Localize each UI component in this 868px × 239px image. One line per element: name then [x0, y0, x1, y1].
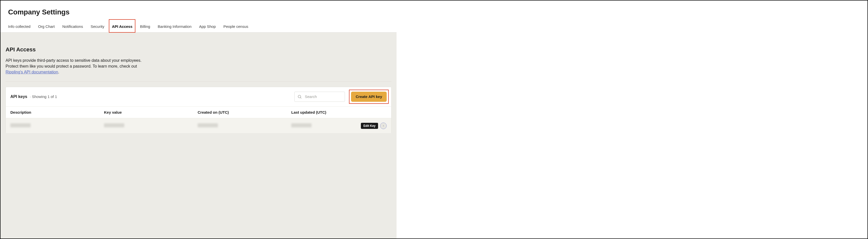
row-expand-button[interactable]	[380, 123, 387, 129]
tab-notifications[interactable]: Notifications	[62, 21, 83, 32]
desc-line-2-pre: Protect them like you would protect a pa…	[6, 64, 137, 68]
main-body: API Access API keys provide third-party …	[1, 32, 397, 238]
table-row: Edit Key	[6, 118, 391, 133]
redacted-value	[198, 123, 218, 127]
create-api-key-button[interactable]: Create API key	[351, 92, 387, 102]
settings-tab-bar: Info collected Org Chart Notifications S…	[1, 21, 397, 32]
svg-line-1	[301, 97, 301, 98]
cell-last-updated	[291, 123, 359, 128]
desc-line-2-post: .	[58, 70, 59, 74]
col-header-created-on: Created on (UTC)	[198, 110, 291, 114]
tab-api-access[interactable]: API Access	[112, 21, 132, 32]
tab-label: Notifications	[62, 24, 83, 29]
api-keys-card: API keys · Showing 1 of 1 Create API key	[6, 87, 392, 134]
cell-key-value	[104, 123, 198, 128]
tab-app-shop[interactable]: App Shop	[199, 21, 216, 32]
page-title: Company Settings	[8, 8, 389, 16]
svg-point-0	[298, 95, 301, 98]
card-subtitle: · Showing 1 of 1	[30, 94, 57, 99]
redacted-value	[291, 123, 312, 127]
redacted-value	[10, 123, 31, 127]
search-input[interactable]	[294, 92, 345, 102]
search-icon	[297, 94, 302, 99]
tab-billing[interactable]: Billing	[140, 21, 150, 32]
tab-label: Security	[91, 24, 104, 29]
tab-label: People census	[223, 24, 248, 29]
tab-security[interactable]: Security	[91, 21, 104, 32]
card-header: API keys · Showing 1 of 1 Create API key	[6, 87, 391, 106]
search-field	[294, 92, 345, 102]
api-keys-table: Description Key value Created on (UTC) L…	[6, 106, 391, 133]
col-header-description: Description	[10, 110, 104, 114]
redacted-value	[104, 123, 124, 127]
table-header-row: Description Key value Created on (UTC) L…	[6, 106, 391, 118]
edit-key-button[interactable]: Edit Key	[361, 123, 378, 129]
section-divider	[6, 82, 392, 82]
col-header-key-value: Key value	[104, 110, 198, 114]
tab-label: Org Chart	[38, 24, 55, 29]
api-doc-link[interactable]: Rippling's API documentation	[6, 70, 58, 74]
tab-label: App Shop	[199, 24, 216, 29]
card-title: API keys	[10, 94, 27, 99]
col-header-last-updated: Last updated (UTC)	[291, 110, 359, 114]
desc-line-1: API keys provide third-party access to s…	[6, 58, 142, 63]
create-api-key-highlight: Create API key	[351, 92, 387, 102]
tab-org-chart[interactable]: Org Chart	[38, 21, 55, 32]
tab-banking-information[interactable]: Banking Information	[158, 21, 191, 32]
cell-description	[10, 123, 104, 128]
page-header: Company Settings	[1, 1, 397, 21]
chevron-right-icon	[382, 125, 385, 127]
tab-people-census[interactable]: People census	[223, 21, 248, 32]
cell-created-on	[198, 123, 291, 128]
section-heading: API Access	[6, 46, 392, 53]
tab-label: Banking Information	[158, 24, 191, 29]
tab-label: API Access	[112, 24, 132, 29]
tab-label: Billing	[140, 24, 150, 29]
tab-info-collected[interactable]: Info collected	[8, 21, 30, 32]
section-description: API keys provide third-party access to s…	[6, 57, 183, 75]
tab-label: Info collected	[8, 24, 30, 29]
